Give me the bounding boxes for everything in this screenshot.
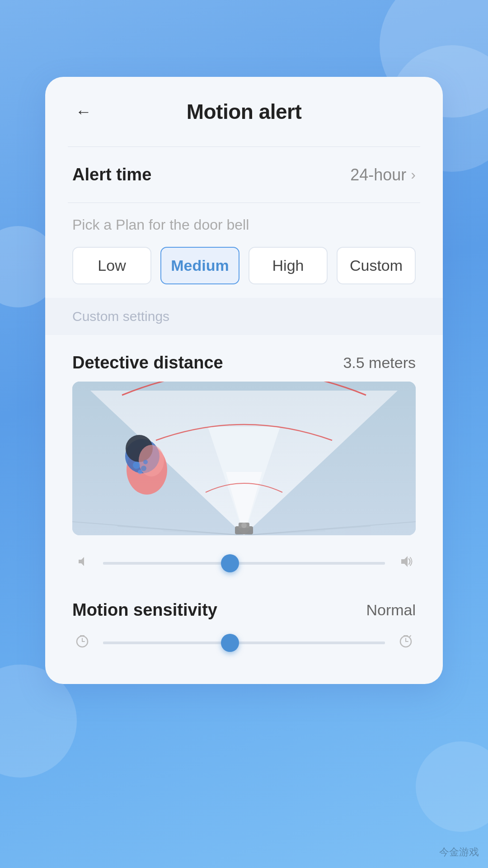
plan-btn-medium[interactable]: Medium	[160, 247, 239, 284]
detective-distance-value: 3.5 meters	[343, 354, 416, 372]
sensitivity-section: Motion sensitivity Normal	[72, 587, 416, 652]
alert-time-text: 24-hour	[350, 165, 406, 184]
radar-visualization	[72, 382, 416, 535]
motion-sensitivity-label: Motion sensitivity	[72, 600, 217, 620]
distance-slider-thumb[interactable]	[221, 554, 239, 572]
alert-time-label: Alert time	[72, 165, 151, 184]
motion-sensitivity-row: Motion sensitivity Normal	[72, 591, 416, 629]
svg-line-32	[409, 636, 411, 637]
svg-point-21	[143, 460, 148, 464]
distance-slider-track[interactable]	[103, 562, 385, 565]
volume-high-icon	[396, 553, 416, 573]
detective-distance-row: Detective distance 3.5 meters	[72, 335, 416, 382]
plan-section: Pick a Plan for the door bell Low Medium…	[72, 203, 416, 284]
sensitivity-slider-thumb[interactable]	[221, 634, 239, 652]
plan-btn-custom[interactable]: Custom	[337, 247, 416, 284]
svg-marker-22	[79, 557, 84, 566]
timer-high-icon	[396, 633, 416, 652]
plan-options: Low Medium High Custom	[72, 247, 416, 284]
back-arrow-icon: ←	[75, 104, 92, 120]
svg-point-19	[141, 466, 146, 471]
radar-svg	[72, 382, 416, 535]
detective-distance-label: Detective distance	[72, 353, 223, 373]
chevron-right-icon: ›	[411, 166, 416, 183]
main-card: ← Motion alert Alert time 24-hour › Pick…	[45, 77, 443, 684]
volume-low-icon	[72, 554, 92, 572]
svg-point-13	[241, 523, 247, 528]
back-button[interactable]: ←	[72, 100, 95, 123]
bg-decoration-4	[416, 741, 488, 832]
alert-time-value[interactable]: 24-hour ›	[350, 165, 416, 184]
sensitivity-slider-row	[72, 629, 416, 652]
svg-point-20	[138, 470, 142, 474]
sensitivity-slider-track[interactable]	[103, 642, 385, 644]
distance-slider-row	[72, 549, 416, 587]
svg-point-17	[139, 445, 164, 476]
timer-low-icon	[72, 633, 92, 652]
page-header: ← Motion alert	[72, 99, 416, 124]
custom-settings-label: Custom settings	[72, 309, 169, 324]
custom-settings-bar: Custom settings	[45, 298, 443, 335]
watermark-text: 今金游戏	[439, 846, 479, 858]
svg-marker-23	[401, 556, 408, 567]
svg-point-18	[133, 462, 140, 469]
plan-btn-high[interactable]: High	[249, 247, 328, 284]
alert-time-row: Alert time 24-hour ›	[72, 147, 416, 203]
watermark: 今金游戏	[439, 845, 479, 859]
plan-subtitle: Pick a Plan for the door bell	[72, 217, 416, 233]
motion-sensitivity-value: Normal	[366, 601, 416, 619]
plan-btn-low[interactable]: Low	[72, 247, 151, 284]
page-title: Motion alert	[187, 99, 302, 124]
